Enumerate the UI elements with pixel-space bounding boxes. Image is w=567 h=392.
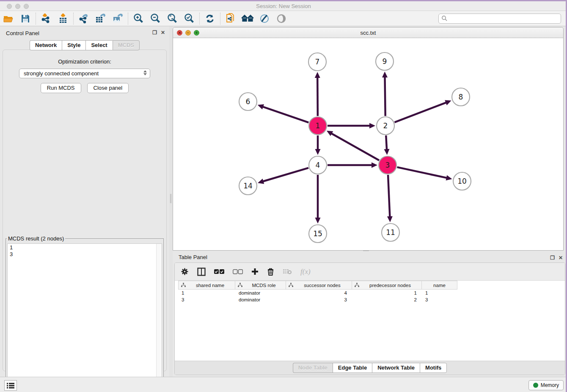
checked-checkboxes-icon xyxy=(214,269,224,274)
edge-3-10[interactable] xyxy=(397,167,447,178)
network-window-titlebar[interactable]: ✕ − + scc.txt xyxy=(173,28,563,38)
node-label-8: 8 xyxy=(459,93,463,101)
zoom-fit-button[interactable] xyxy=(164,12,181,25)
export-network-icon xyxy=(78,13,90,24)
tab-network-table[interactable]: Network Table xyxy=(372,363,420,373)
delete-column-button[interactable] xyxy=(267,268,274,276)
cell-name[interactable]: 1 xyxy=(422,290,457,296)
tab-network[interactable]: Network xyxy=(30,40,62,50)
cell-successor-nodes[interactable]: 3 xyxy=(286,296,352,303)
select-all-columns-button[interactable] xyxy=(214,269,224,274)
home-button[interactable] xyxy=(239,12,256,25)
close-panel-button[interactable]: Close panel xyxy=(87,83,129,93)
tab-select[interactable]: Select xyxy=(85,40,112,50)
cell-mcds-role[interactable]: dominator xyxy=(235,290,286,296)
run-mcds-button[interactable]: Run MCDS xyxy=(41,83,81,93)
column-header-mcds-role[interactable]: MCDS role xyxy=(235,281,286,290)
toolbar-separator xyxy=(128,13,128,25)
column-header-successor-nodes[interactable]: successor nodes xyxy=(286,281,352,290)
table-settings-button[interactable] xyxy=(181,268,189,276)
tab-style[interactable]: Style xyxy=(62,40,85,50)
node-label-6: 6 xyxy=(246,97,250,106)
zoom-in-icon xyxy=(133,13,144,24)
control-panel-float-icon[interactable]: ❐ xyxy=(152,30,157,36)
tab-node-table[interactable]: Node Table xyxy=(293,363,333,373)
delete-table-icon xyxy=(283,268,292,275)
network-view-window: ✕ − + scc.txt 7968124314101511 xyxy=(173,27,564,251)
export-table-icon xyxy=(95,13,107,24)
network-canvas[interactable]: 7968124314101511 xyxy=(173,38,563,250)
node-label-1: 1 xyxy=(316,121,320,130)
cell-shared-name[interactable]: 3 xyxy=(178,296,235,303)
mcds-result-text[interactable]: 13 xyxy=(7,243,162,391)
toolbar-separator xyxy=(36,13,36,25)
arrowhead-1-2 xyxy=(369,123,375,129)
arrowhead-4-15 xyxy=(315,218,321,224)
edge-3-11[interactable] xyxy=(388,175,390,217)
table-row[interactable]: 1dominator411 xyxy=(178,290,565,296)
zoom-out-button[interactable] xyxy=(147,12,164,25)
column-browser-button[interactable] xyxy=(197,268,206,276)
unchecked-checkboxes-icon xyxy=(233,269,243,274)
cell-mcds-role[interactable]: dominator xyxy=(235,296,286,303)
table-panel-close-icon[interactable]: ✕ xyxy=(559,255,563,261)
vertical-splitter[interactable] xyxy=(169,26,173,377)
export-image-button[interactable] xyxy=(109,12,126,25)
apply-layout-button[interactable] xyxy=(201,12,218,25)
export-network-button[interactable] xyxy=(75,12,92,25)
node-label-15: 15 xyxy=(313,229,322,238)
cell-name[interactable]: 3 xyxy=(422,296,457,303)
edge-1-6[interactable] xyxy=(262,107,308,123)
memory-button[interactable]: Memory xyxy=(528,380,564,390)
table-panel-float-icon[interactable]: ❐ xyxy=(550,255,555,261)
column-header-name[interactable]: name xyxy=(422,281,457,290)
node-label-10: 10 xyxy=(457,177,467,185)
zoom-selected-button[interactable] xyxy=(181,12,198,25)
cell-shared-name[interactable]: 1 xyxy=(178,290,235,296)
tab-mcds[interactable]: MCDS xyxy=(113,40,140,50)
column-namespace-icon xyxy=(289,283,293,287)
edge-2-9[interactable] xyxy=(385,77,385,116)
node-label-14: 14 xyxy=(243,182,253,190)
cell-predecessor-nodes[interactable]: 1 xyxy=(352,290,422,296)
criterion-select-value: strongly connected component xyxy=(24,70,99,77)
arrowhead-2-3 xyxy=(384,149,389,155)
edge-3-1[interactable] xyxy=(331,133,379,160)
import-network-button[interactable] xyxy=(38,12,55,25)
result-scrollbar[interactable] xyxy=(156,244,162,390)
trash-icon xyxy=(267,268,274,276)
new-network-from-selection-button[interactable] xyxy=(222,12,239,25)
main-toolbar xyxy=(0,11,567,26)
network-graph[interactable]: 7968124314101511 xyxy=(173,38,563,250)
zoom-out-icon xyxy=(150,13,161,24)
task-list-icon xyxy=(7,383,14,389)
cell-predecessor-nodes[interactable]: 2 xyxy=(352,296,422,303)
search-input[interactable] xyxy=(438,14,561,24)
zoom-selected-icon xyxy=(184,13,195,24)
tab-motifs[interactable]: Motifs xyxy=(420,363,447,373)
zoom-in-button[interactable] xyxy=(130,12,147,25)
control-panel-close-icon[interactable]: ✕ xyxy=(161,30,165,36)
save-session-button[interactable] xyxy=(17,12,34,25)
column-header-shared-name[interactable]: shared name xyxy=(178,281,235,290)
task-history-button[interactable] xyxy=(4,380,17,391)
edge-1-7[interactable] xyxy=(317,77,318,116)
hide-selected-button[interactable] xyxy=(273,12,290,25)
export-table-button[interactable] xyxy=(92,12,109,25)
create-column-button[interactable] xyxy=(251,268,259,275)
open-file-button[interactable] xyxy=(0,12,17,25)
mcds-result-group: MCDS result (2 nodes) 13 xyxy=(6,235,164,392)
criterion-select[interactable]: strongly connected component xyxy=(19,69,150,78)
column-header-predecessor-nodes[interactable]: predecessor nodes xyxy=(352,281,422,290)
edge-2-3[interactable] xyxy=(386,135,387,150)
home-icon xyxy=(241,14,254,23)
edge-4-14[interactable] xyxy=(263,168,308,182)
table-row[interactable]: 3dominator323 xyxy=(178,296,565,303)
clear-all-columns-button[interactable] xyxy=(233,269,243,274)
edge-2-8[interactable] xyxy=(394,102,446,122)
style-brush-button[interactable] xyxy=(256,12,273,25)
import-table-button[interactable] xyxy=(55,12,72,25)
cell-successor-nodes[interactable]: 4 xyxy=(286,290,352,296)
tab-edge-table[interactable]: Edge Table xyxy=(333,363,372,373)
node-label-4: 4 xyxy=(316,161,320,169)
